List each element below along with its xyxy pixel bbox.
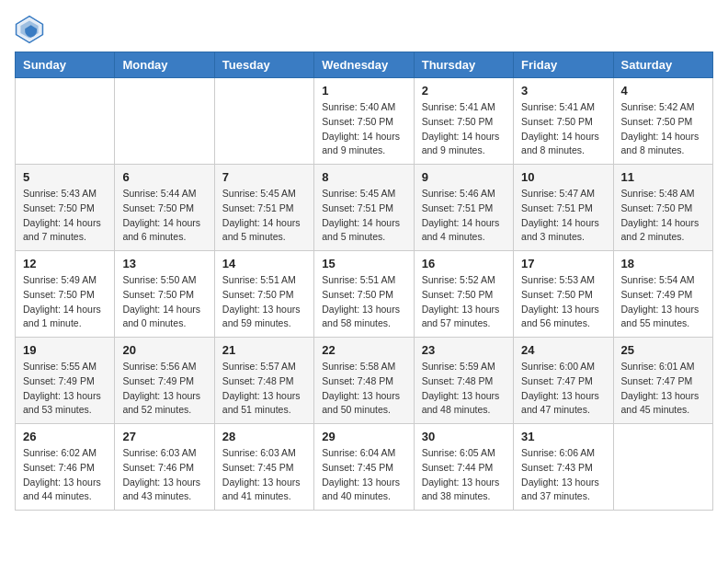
calendar-cell: 21Sunrise: 5:57 AMSunset: 7:48 PMDayligh… (214, 338, 313, 424)
day-number: 2 (422, 84, 506, 98)
calendar-cell: 30Sunrise: 6:05 AMSunset: 7:44 PMDayligh… (414, 424, 513, 511)
calendar-cell: 14Sunrise: 5:51 AMSunset: 7:50 PMDayligh… (214, 251, 313, 338)
day-number: 25 (621, 343, 705, 357)
day-info: Sunrise: 5:54 AMSunset: 7:49 PMDaylight:… (621, 273, 705, 331)
page-header (15, 15, 713, 44)
calendar-header-thursday: Thursday (414, 52, 513, 78)
calendar-cell: 18Sunrise: 5:54 AMSunset: 7:49 PMDayligh… (613, 251, 712, 338)
day-number: 8 (322, 170, 405, 184)
day-number: 10 (521, 170, 605, 184)
calendar-cell: 10Sunrise: 5:47 AMSunset: 7:51 PMDayligh… (514, 165, 613, 251)
day-info: Sunrise: 5:45 AMSunset: 7:51 PMDaylight:… (322, 187, 405, 245)
day-number: 15 (322, 257, 405, 270)
calendar-cell: 15Sunrise: 5:51 AMSunset: 7:50 PMDayligh… (314, 251, 414, 338)
day-info: Sunrise: 5:43 AMSunset: 7:50 PMDaylight:… (23, 187, 107, 245)
calendar-cell: 19Sunrise: 5:55 AMSunset: 7:49 PMDayligh… (16, 338, 115, 424)
calendar-week-4: 26Sunrise: 6:02 AMSunset: 7:46 PMDayligh… (16, 424, 713, 511)
calendar-cell: 11Sunrise: 5:48 AMSunset: 7:50 PMDayligh… (613, 165, 712, 251)
day-info: Sunrise: 5:53 AMSunset: 7:50 PMDaylight:… (521, 273, 605, 331)
calendar-cell: 1Sunrise: 5:40 AMSunset: 7:50 PMDaylight… (314, 78, 414, 165)
day-info: Sunrise: 6:02 AMSunset: 7:46 PMDaylight:… (23, 446, 107, 504)
day-number: 31 (521, 430, 605, 443)
calendar-header-saturday: Saturday (613, 52, 712, 78)
day-number: 19 (23, 343, 107, 357)
day-info: Sunrise: 5:50 AMSunset: 7:50 PMDaylight:… (122, 273, 206, 331)
logo-icon (15, 15, 44, 44)
day-info: Sunrise: 5:46 AMSunset: 7:51 PMDaylight:… (422, 187, 506, 245)
day-info: Sunrise: 5:42 AMSunset: 7:50 PMDaylight:… (621, 100, 705, 158)
calendar-header-sunday: Sunday (16, 52, 115, 78)
day-info: Sunrise: 5:52 AMSunset: 7:50 PMDaylight:… (422, 273, 506, 331)
day-number: 3 (521, 84, 605, 98)
calendar-week-1: 5Sunrise: 5:43 AMSunset: 7:50 PMDaylight… (16, 165, 713, 251)
day-number: 6 (122, 170, 206, 184)
day-number: 28 (222, 430, 306, 443)
day-number: 5 (23, 170, 107, 184)
day-info: Sunrise: 5:55 AMSunset: 7:49 PMDaylight:… (23, 360, 107, 418)
day-info: Sunrise: 5:45 AMSunset: 7:51 PMDaylight:… (222, 187, 306, 245)
day-number: 23 (422, 343, 506, 357)
day-info: Sunrise: 6:04 AMSunset: 7:45 PMDaylight:… (322, 446, 405, 504)
day-number: 22 (322, 343, 405, 357)
calendar-cell: 24Sunrise: 6:00 AMSunset: 7:47 PMDayligh… (514, 338, 613, 424)
day-number: 17 (521, 257, 605, 270)
calendar-cell: 28Sunrise: 6:03 AMSunset: 7:45 PMDayligh… (214, 424, 313, 511)
day-number: 4 (621, 84, 705, 98)
day-info: Sunrise: 5:56 AMSunset: 7:49 PMDaylight:… (122, 360, 206, 418)
day-number: 16 (422, 257, 506, 270)
day-number: 27 (122, 430, 206, 443)
calendar-cell: 20Sunrise: 5:56 AMSunset: 7:49 PMDayligh… (115, 338, 214, 424)
day-info: Sunrise: 5:49 AMSunset: 7:50 PMDaylight:… (23, 273, 107, 331)
logo (15, 15, 48, 44)
calendar-cell: 6Sunrise: 5:44 AMSunset: 7:50 PMDaylight… (115, 165, 214, 251)
calendar-header-friday: Friday (514, 52, 613, 78)
day-number: 26 (23, 430, 107, 443)
day-info: Sunrise: 5:59 AMSunset: 7:48 PMDaylight:… (422, 360, 506, 418)
calendar-cell (214, 78, 313, 165)
day-number: 18 (621, 257, 705, 270)
day-info: Sunrise: 5:51 AMSunset: 7:50 PMDaylight:… (322, 273, 405, 331)
day-number: 13 (122, 257, 206, 270)
day-number: 11 (621, 170, 705, 184)
calendar-cell: 9Sunrise: 5:46 AMSunset: 7:51 PMDaylight… (414, 165, 513, 251)
day-number: 1 (322, 84, 405, 98)
day-info: Sunrise: 5:51 AMSunset: 7:50 PMDaylight:… (222, 273, 306, 331)
day-number: 9 (422, 170, 506, 184)
day-number: 21 (222, 343, 306, 357)
day-info: Sunrise: 5:47 AMSunset: 7:51 PMDaylight:… (521, 187, 605, 245)
calendar-cell (16, 78, 115, 165)
calendar-week-2: 12Sunrise: 5:49 AMSunset: 7:50 PMDayligh… (16, 251, 713, 338)
calendar-header-tuesday: Tuesday (214, 52, 313, 78)
calendar-cell: 5Sunrise: 5:43 AMSunset: 7:50 PMDaylight… (16, 165, 115, 251)
day-info: Sunrise: 6:03 AMSunset: 7:46 PMDaylight:… (122, 446, 206, 504)
day-info: Sunrise: 6:06 AMSunset: 7:43 PMDaylight:… (521, 446, 605, 504)
calendar-cell: 12Sunrise: 5:49 AMSunset: 7:50 PMDayligh… (16, 251, 115, 338)
calendar-cell: 23Sunrise: 5:59 AMSunset: 7:48 PMDayligh… (414, 338, 513, 424)
calendar-cell: 31Sunrise: 6:06 AMSunset: 7:43 PMDayligh… (514, 424, 613, 511)
day-number: 12 (23, 257, 107, 270)
calendar-cell: 4Sunrise: 5:42 AMSunset: 7:50 PMDaylight… (613, 78, 712, 165)
day-info: Sunrise: 5:40 AMSunset: 7:50 PMDaylight:… (322, 100, 405, 158)
calendar-cell: 16Sunrise: 5:52 AMSunset: 7:50 PMDayligh… (414, 251, 513, 338)
calendar-cell: 7Sunrise: 5:45 AMSunset: 7:51 PMDaylight… (214, 165, 313, 251)
calendar-header-wednesday: Wednesday (314, 52, 414, 78)
day-info: Sunrise: 6:03 AMSunset: 7:45 PMDaylight:… (222, 446, 306, 504)
calendar-cell (613, 424, 712, 511)
day-info: Sunrise: 5:44 AMSunset: 7:50 PMDaylight:… (122, 187, 206, 245)
day-info: Sunrise: 5:57 AMSunset: 7:48 PMDaylight:… (222, 360, 306, 418)
calendar-week-3: 19Sunrise: 5:55 AMSunset: 7:49 PMDayligh… (16, 338, 713, 424)
day-info: Sunrise: 5:58 AMSunset: 7:48 PMDaylight:… (322, 360, 405, 418)
calendar-table: SundayMondayTuesdayWednesdayThursdayFrid… (15, 52, 713, 511)
calendar-cell: 25Sunrise: 6:01 AMSunset: 7:47 PMDayligh… (613, 338, 712, 424)
calendar-cell: 3Sunrise: 5:41 AMSunset: 7:50 PMDaylight… (514, 78, 613, 165)
day-number: 30 (422, 430, 506, 443)
day-info: Sunrise: 6:01 AMSunset: 7:47 PMDaylight:… (621, 360, 705, 418)
day-info: Sunrise: 6:05 AMSunset: 7:44 PMDaylight:… (422, 446, 506, 504)
calendar-cell: 17Sunrise: 5:53 AMSunset: 7:50 PMDayligh… (514, 251, 613, 338)
calendar-cell: 22Sunrise: 5:58 AMSunset: 7:48 PMDayligh… (314, 338, 414, 424)
day-number: 14 (222, 257, 306, 270)
day-number: 24 (521, 343, 605, 357)
day-info: Sunrise: 5:41 AMSunset: 7:50 PMDaylight:… (521, 100, 605, 158)
calendar-header-monday: Monday (115, 52, 214, 78)
calendar-cell: 2Sunrise: 5:41 AMSunset: 7:50 PMDaylight… (414, 78, 513, 165)
